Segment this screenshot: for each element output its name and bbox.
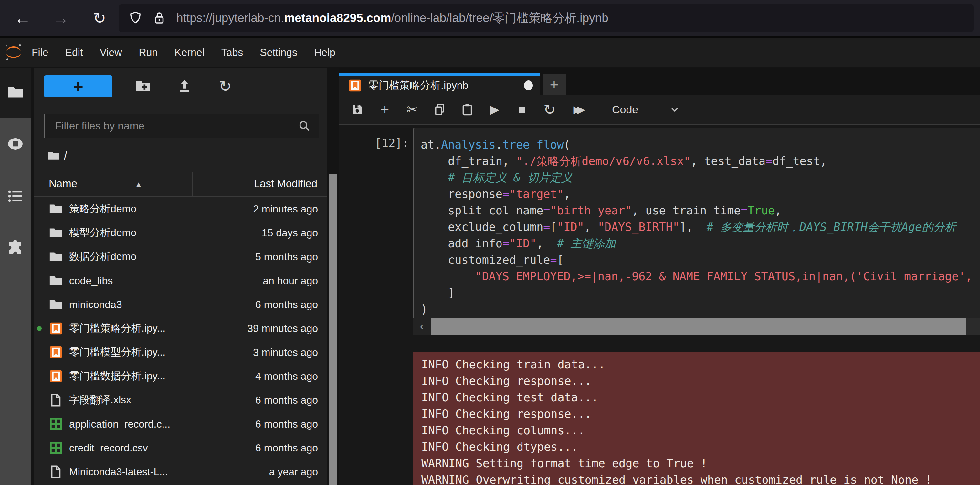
sidebar-item-file-browser[interactable] xyxy=(6,83,24,101)
file-modified-time: an hour ago xyxy=(263,275,327,287)
column-header-modified[interactable]: Last Modified xyxy=(254,178,317,190)
file-filter xyxy=(44,114,319,138)
add-cell-icon: + xyxy=(381,101,389,118)
column-header-name[interactable]: Name xyxy=(49,178,77,190)
menu-help[interactable]: Help xyxy=(305,46,344,59)
file-name: 零门槛模型分析.ipy... xyxy=(69,345,165,360)
menu-file[interactable]: File xyxy=(23,46,57,59)
cell-type-dropdown[interactable]: Code xyxy=(612,103,638,116)
file-name: 策略分析demo xyxy=(69,202,136,216)
scrollbar-thumb[interactable] xyxy=(431,319,966,335)
browser-back-button[interactable]: ← xyxy=(10,0,35,36)
cell-output-stderr: INFO Checking train_data...INFO Checking… xyxy=(413,352,980,485)
file-row[interactable]: 数据分析demo5 months ago xyxy=(34,245,327,269)
breadcrumb[interactable]: / xyxy=(47,149,67,162)
back-arrow-icon: ← xyxy=(14,8,31,28)
sheet-icon xyxy=(48,417,63,431)
new-tab-button[interactable]: + xyxy=(542,74,566,95)
upload-button[interactable] xyxy=(175,77,194,95)
menu-settings[interactable]: Settings xyxy=(251,46,305,59)
run-all-button[interactable]: ▶▶ xyxy=(568,100,591,119)
output-line: INFO Checking test_data... xyxy=(422,390,980,406)
browser-reload-button[interactable]: ↻ xyxy=(87,0,113,36)
refresh-button[interactable]: ↻ xyxy=(216,77,235,95)
sidebar-item-table-of-contents[interactable] xyxy=(6,187,24,205)
run-button[interactable]: ▶ xyxy=(485,100,504,119)
file-row[interactable]: 零门槛模型分析.ipy...3 minutes ago xyxy=(34,340,327,364)
url-text: https://jupyterlab-cn.metanoia8295.com/o… xyxy=(177,10,608,26)
restart-icon: ↻ xyxy=(544,101,556,118)
copy-button[interactable] xyxy=(430,100,449,119)
folder-icon xyxy=(48,273,63,288)
output-line: INFO Checking dtypes... xyxy=(422,439,980,455)
file-modified-time: 2 minutes ago xyxy=(253,203,327,215)
new-launcher-button[interactable]: + xyxy=(44,75,113,97)
folder-icon xyxy=(48,249,63,264)
file-row[interactable]: Miniconda3-latest-L...a year ago xyxy=(34,460,327,484)
scroll-left-button[interactable]: ‹ xyxy=(413,319,431,335)
file-name: miniconda3 xyxy=(69,299,122,311)
file-row[interactable]: 字段翻译.xlsx6 months ago xyxy=(34,388,327,412)
lock-icon[interactable] xyxy=(152,11,167,25)
run-icon: ▶ xyxy=(490,103,499,116)
file-row[interactable]: code_libsan hour ago xyxy=(34,269,327,293)
menu-tabs[interactable]: Tabs xyxy=(213,46,252,59)
file-row[interactable]: 模型分析demo15 days ago xyxy=(34,221,327,245)
shield-icon[interactable] xyxy=(128,11,143,25)
unsaved-changes-indicator[interactable] xyxy=(524,81,533,90)
file-row[interactable]: miniconda36 months ago xyxy=(34,293,327,317)
code-cell-editor[interactable]: at.Analysis.tree_flow( df_train, "./策略分析… xyxy=(413,128,980,319)
file-modified-time: 15 days ago xyxy=(262,227,327,239)
output-line: INFO Checking train_data... xyxy=(422,357,980,373)
breadcrumb-root: / xyxy=(64,149,67,162)
file-filter-input[interactable] xyxy=(45,119,297,132)
menubar-items: FileEditViewRunKernelTabsSettingsHelp xyxy=(23,46,344,59)
folder-icon xyxy=(6,83,24,101)
file-name: application_record.c... xyxy=(69,418,170,430)
jupyter-logo-icon xyxy=(4,43,23,62)
search-icon xyxy=(297,119,312,133)
file-name: credit_record.csv xyxy=(69,442,148,454)
file-row[interactable]: credit_record.csv6 months ago xyxy=(34,436,327,460)
notebook-tab[interactable]: 零门槛策略分析.ipynb xyxy=(339,73,540,95)
file-modified-time: 6 months ago xyxy=(255,299,327,311)
add-cell-button[interactable]: + xyxy=(375,100,394,119)
sidebar-item-running-sessions[interactable] xyxy=(6,135,24,153)
menu-edit[interactable]: Edit xyxy=(57,46,91,59)
restart-button[interactable]: ↻ xyxy=(540,100,559,119)
menu-run[interactable]: Run xyxy=(130,46,166,59)
menu-view[interactable]: View xyxy=(91,46,130,59)
browser-forward-button[interactable]: → xyxy=(48,0,74,36)
chevron-down-icon[interactable] xyxy=(669,104,680,115)
file-modified-time: 5 months ago xyxy=(255,251,327,263)
main-dock-panel: 零门槛策略分析.ipynb + +✂▶■↻▶▶Code [12]: at.Ana… xyxy=(339,68,980,485)
file-row[interactable]: 零门槛数据分析.ipy...4 months ago xyxy=(34,364,327,388)
output-line: INFO Checking response... xyxy=(422,373,980,390)
file-row[interactable]: 零门槛策略分析.ipy...39 minutes ago xyxy=(34,317,327,340)
file-list-header: Name ▲ Last Modified xyxy=(34,172,327,197)
file-name: 零门槛数据分析.ipy... xyxy=(69,369,165,383)
paste-button[interactable] xyxy=(458,100,477,119)
new-folder-button[interactable] xyxy=(134,77,153,95)
file-row[interactable]: 策略分析demo2 minutes ago xyxy=(34,197,327,221)
browser-address-bar[interactable]: https://jupyterlab-cn.metanoia8295.com/o… xyxy=(119,4,974,32)
menu-kernel[interactable]: Kernel xyxy=(166,46,213,59)
activity-sidebar-lower xyxy=(0,118,31,485)
reload-icon: ↻ xyxy=(93,9,106,27)
file-name: 数据分析demo xyxy=(69,250,136,264)
file-name: 零门槛策略分析.ipy... xyxy=(69,321,165,336)
file-browser-scrollbar[interactable] xyxy=(329,174,337,485)
notebook-icon xyxy=(48,345,63,360)
sidebar-item-extensions[interactable] xyxy=(6,238,24,256)
plus-icon: + xyxy=(550,76,558,94)
code-line: exclude_column=["ID", "DAYS_BIRTH"], # 多… xyxy=(421,219,972,235)
upload-icon xyxy=(176,78,193,95)
file-row[interactable]: application_record.c...6 months ago xyxy=(34,412,327,436)
code-cell-source: at.Analysis.tree_flow( df_train, "./策略分析… xyxy=(421,136,972,318)
editor-horizontal-scrollbar[interactable]: ‹ xyxy=(413,319,980,335)
save-button[interactable] xyxy=(348,100,367,119)
cut-button[interactable]: ✂ xyxy=(403,100,422,119)
sheet-icon xyxy=(48,441,63,455)
interrupt-button[interactable]: ■ xyxy=(513,100,531,119)
run-all-icon: ▶▶ xyxy=(573,103,581,116)
